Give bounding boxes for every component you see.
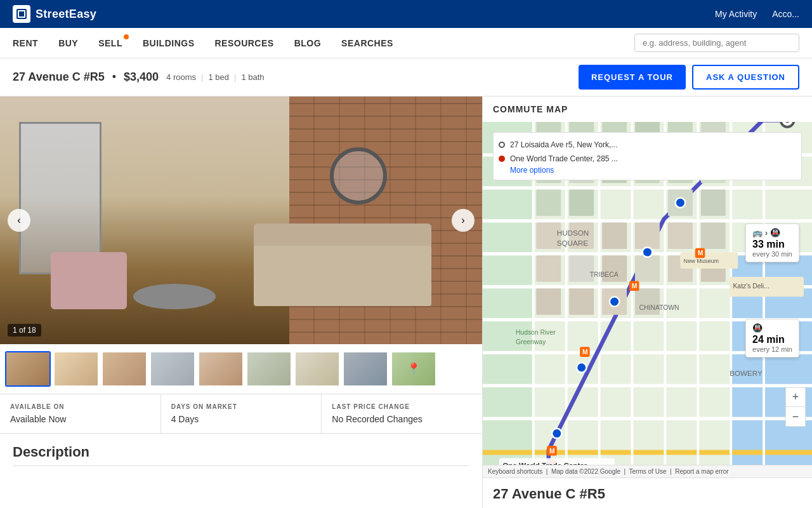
transit-bubble-1: 🚌 › 🚇 33 min every 30 min bbox=[745, 224, 799, 262]
left-column: ‹ › 1 of 18 📍 AVAILABLE ON Available Now bbox=[0, 97, 482, 508]
thumbnail-3[interactable] bbox=[102, 351, 147, 387]
keyboard-shortcuts-link[interactable]: Keyboard shortcuts bbox=[488, 468, 542, 475]
svg-rect-49 bbox=[668, 222, 693, 249]
svg-rect-41 bbox=[602, 222, 627, 249]
zoom-in-button[interactable]: + bbox=[786, 388, 805, 407]
property-separator: • bbox=[112, 70, 116, 84]
window bbox=[19, 122, 102, 274]
bath-detail: 1 bath bbox=[241, 72, 264, 82]
property-title-map: 27 Avenue C #R5 bbox=[483, 478, 812, 508]
svg-rect-48 bbox=[635, 255, 660, 282]
svg-text:Hudson River: Hudson River bbox=[516, 329, 556, 336]
nav-item-rent[interactable]: RENT bbox=[13, 36, 38, 51]
commute-controls: 27 Loisaida Ave r5, New York,... One Wor… bbox=[493, 132, 802, 180]
map-container[interactable]: NOHO SOHO HUDSON SQUARE TRIBECA CHINATOW… bbox=[483, 122, 812, 465]
sofa-furniture bbox=[254, 243, 431, 306]
transit-freq-1: every 30 min bbox=[752, 250, 792, 258]
coffee-table bbox=[133, 284, 216, 309]
svg-text:M: M bbox=[632, 283, 638, 290]
bed-detail: 1 bed bbox=[208, 72, 229, 82]
thumbnail-map[interactable]: 📍 bbox=[391, 351, 436, 387]
svg-rect-36 bbox=[569, 190, 594, 217]
destination-text[interactable]: One World Trade Center, 285 ... bbox=[510, 154, 796, 163]
right-column: COMMUTE MAP bbox=[482, 97, 812, 508]
sofa-back bbox=[254, 224, 431, 246]
svg-rect-45 bbox=[536, 255, 561, 282]
transit-bubble-2: 🚇 24 min every 12 min bbox=[745, 319, 799, 358]
svg-text:M: M bbox=[582, 349, 588, 356]
logo-area[interactable]: StreetEasy bbox=[13, 5, 96, 23]
transit-icons-2: 🚇 bbox=[752, 323, 792, 333]
terms-link[interactable]: Terms of Use bbox=[629, 468, 667, 475]
logo-text: StreetEasy bbox=[36, 8, 96, 21]
more-options-link[interactable]: More options bbox=[510, 166, 796, 175]
stat-value-days: 4 Days bbox=[171, 414, 311, 424]
svg-point-63 bbox=[552, 429, 562, 439]
top-right-nav: My Activity Acco... bbox=[715, 9, 799, 19]
thumbnail-8[interactable] bbox=[343, 351, 388, 387]
stat-label-days: DAYS ON MARKET bbox=[171, 403, 311, 410]
map-zoom-controls: + − bbox=[785, 387, 806, 427]
description-title: Description bbox=[13, 444, 469, 466]
destination-icon bbox=[499, 156, 505, 162]
prev-photo-button[interactable]: ‹ bbox=[8, 209, 30, 232]
thumbnail-1[interactable] bbox=[5, 351, 51, 387]
top-bar: StreetEasy My Activity Acco... bbox=[0, 0, 812, 28]
svg-point-61 bbox=[610, 297, 620, 307]
svg-rect-52 bbox=[569, 288, 594, 315]
request-tour-button[interactable]: REQUEST A TOUR bbox=[579, 65, 686, 90]
main-nav: RENT BUY SELL BUILDINGS RESOURCES BLOG S… bbox=[0, 28, 812, 58]
main-photo-bg bbox=[0, 97, 482, 344]
thumbnail-2[interactable] bbox=[53, 351, 99, 387]
svg-rect-2 bbox=[19, 11, 24, 17]
stat-value-available: Available Now bbox=[10, 414, 150, 424]
property-price: $3,400 bbox=[124, 70, 159, 84]
thumbnail-6[interactable] bbox=[246, 351, 292, 387]
nav-item-searches[interactable]: SEARCHES bbox=[341, 36, 393, 51]
svg-text:CHINATOWN: CHINATOWN bbox=[639, 304, 679, 311]
svg-point-62 bbox=[577, 363, 587, 373]
origin-text[interactable]: 27 Loisaida Ave r5, New York,... bbox=[510, 140, 796, 149]
svg-point-60 bbox=[643, 247, 653, 257]
svg-text:SQUARE: SQUARE bbox=[557, 239, 588, 247]
ask-question-button[interactable]: ASK A QUESTION bbox=[692, 65, 799, 90]
stat-available-on: AVAILABLE ON Available Now bbox=[0, 394, 161, 433]
svg-text:Greenway: Greenway bbox=[516, 338, 546, 345]
logo-icon bbox=[13, 5, 30, 23]
search-input[interactable] bbox=[634, 34, 799, 52]
thumbnail-7[interactable] bbox=[294, 351, 340, 387]
nav-item-blog[interactable]: BLOG bbox=[294, 36, 321, 51]
svg-point-59 bbox=[676, 197, 686, 208]
stat-price-change: LAST PRICE CHANGE No Recorded Changes bbox=[322, 394, 482, 433]
nav-item-buy[interactable]: BUY bbox=[58, 36, 78, 51]
transit-time-1: 33 min bbox=[752, 239, 792, 250]
photo-counter: 1 of 18 bbox=[8, 324, 41, 337]
property-address: 27 Avenue C #R5 bbox=[13, 70, 105, 84]
sell-notification-dot bbox=[124, 34, 129, 39]
stat-label-available: AVAILABLE ON bbox=[10, 403, 150, 410]
map-data-text: Map data ©2022 Google bbox=[551, 468, 620, 475]
stat-label-price: LAST PRICE CHANGE bbox=[332, 403, 472, 410]
nav-item-buildings[interactable]: BUILDINGS bbox=[143, 36, 195, 51]
svg-rect-50 bbox=[701, 222, 726, 249]
svg-text:HUDSON: HUDSON bbox=[557, 229, 589, 237]
svg-text:One World Trade Center: One World Trade Center bbox=[502, 461, 587, 465]
description-section: Description bbox=[0, 434, 482, 476]
thumbnail-4[interactable] bbox=[150, 351, 195, 387]
cta-buttons: REQUEST A TOUR ASK A QUESTION bbox=[579, 65, 799, 90]
svg-text:M: M bbox=[698, 250, 704, 257]
nav-item-resources[interactable]: RESOURCES bbox=[214, 36, 273, 51]
train-icon: 🚇 bbox=[770, 228, 780, 237]
next-photo-button[interactable]: › bbox=[452, 209, 475, 232]
transit-icons-1: 🚌 › 🚇 bbox=[752, 228, 792, 237]
zoom-out-button[interactable]: − bbox=[786, 407, 805, 426]
report-map-link[interactable]: Report a map error bbox=[675, 468, 728, 475]
my-activity-link[interactable]: My Activity bbox=[715, 9, 757, 19]
svg-text:Katz's Deli...: Katz's Deli... bbox=[733, 283, 769, 290]
account-link[interactable]: Acco... bbox=[772, 9, 799, 19]
commute-map-title: COMMUTE MAP bbox=[483, 97, 812, 122]
svg-rect-44 bbox=[701, 190, 726, 217]
nav-item-sell[interactable]: SELL bbox=[98, 36, 122, 51]
svg-text:BOWERY: BOWERY bbox=[730, 369, 763, 377]
thumbnail-5[interactable] bbox=[198, 351, 244, 387]
